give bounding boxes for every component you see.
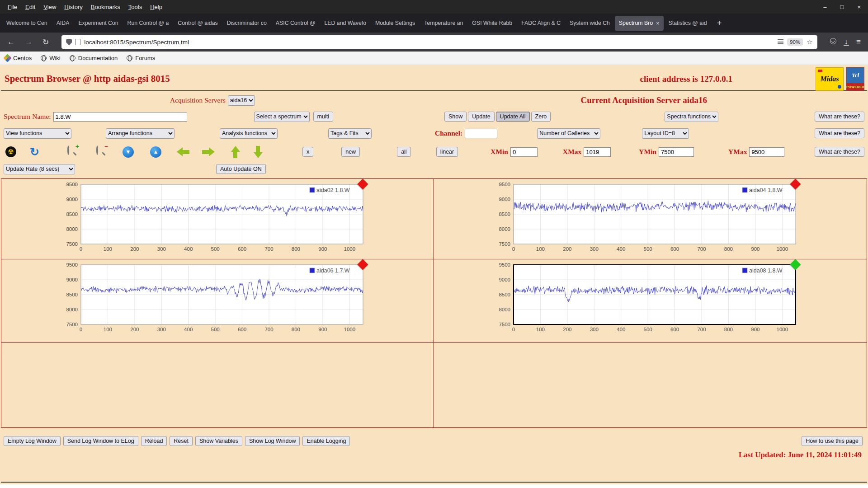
shield-icon[interactable] (66, 39, 72, 46)
tab-temperature-an[interactable]: Temperature an (420, 16, 467, 31)
downloads-icon[interactable]: ↓ (844, 39, 849, 46)
tab-run-control-a[interactable]: Run Control @ a (123, 16, 173, 31)
bookmark-forums[interactable]: Forums (127, 55, 155, 61)
spectrum-chart-aida04[interactable]: 0100200300400500600700800900100075008000… (487, 183, 808, 255)
bookmark-centos[interactable]: Centos (5, 55, 32, 61)
tab-control-aidas[interactable]: Control @ aidas (174, 16, 222, 31)
auto-update-button[interactable]: Auto Update ON (216, 164, 266, 174)
zoom-in-icon[interactable]: + (67, 146, 78, 157)
tab-spectrum-bro[interactable]: Spectrum Bro× (615, 16, 664, 31)
tab-aida[interactable]: AIDA (52, 16, 74, 31)
menu-bookmarks[interactable]: Bookmarks (87, 2, 124, 12)
ymax-input[interactable] (749, 147, 784, 157)
tab-asic-control[interactable]: ASIC Control @ (272, 16, 320, 31)
what-are-these-button-2[interactable]: What are these? (815, 128, 864, 138)
refresh-icon[interactable]: ↻ (30, 147, 39, 157)
reload-button[interactable]: ↻ (40, 38, 52, 47)
send-log-window-to-elog-button[interactable]: Send Log Window to ELog (63, 436, 138, 446)
tab-fadc-align-c[interactable]: FADC Align & C (517, 16, 565, 31)
tab-module-settings[interactable]: Module Settings (371, 16, 419, 31)
acquisition-servers-label: Acquisition Servers (170, 96, 226, 104)
maximize-button[interactable]: □ (840, 4, 844, 10)
back-button[interactable]: ← (5, 38, 18, 47)
show-variables-button[interactable]: Show Variables (195, 436, 242, 446)
svg-text:8000: 8000 (66, 307, 78, 312)
radiation-icon[interactable]: ☢ (5, 146, 16, 157)
zoom-out-icon[interactable]: − (96, 146, 107, 157)
ymin-input[interactable] (659, 147, 694, 157)
menu-file[interactable]: File (4, 2, 21, 12)
tab-close-icon[interactable]: × (656, 20, 660, 27)
multi-button[interactable]: multi (313, 112, 333, 122)
menu-tools[interactable]: Tools (124, 2, 146, 12)
view-functions-dropdown[interactable]: View functions (4, 128, 71, 139)
tab-experiment-con[interactable]: Experiment Con (74, 16, 122, 31)
empty-log-window-button[interactable]: Empty Log Window (4, 436, 61, 446)
reader-mode-icon[interactable] (778, 39, 783, 45)
select-a-spectrum-dropdown[interactable]: Select a spectrum (254, 112, 310, 122)
menu-history[interactable]: History (60, 2, 86, 12)
linear-button[interactable]: linear (436, 147, 458, 157)
new-tab-button[interactable]: + (712, 18, 727, 28)
channel-input[interactable] (465, 129, 497, 138)
green-arrow-up-icon[interactable] (231, 146, 240, 158)
tab-discriminator-co[interactable]: Discriminator co (223, 16, 271, 31)
arrange-functions-dropdown[interactable]: Arrange functions (106, 128, 175, 139)
menu-edit[interactable]: Edit (21, 2, 39, 12)
spectrum-name-input[interactable] (53, 112, 187, 122)
close-button[interactable]: × (857, 4, 861, 10)
tab-welcome-to-cen[interactable]: Welcome to Cen (2, 16, 52, 31)
number-of-galleries-dropdown[interactable]: Number of Galleries (537, 128, 600, 139)
svg-text:900: 900 (318, 327, 327, 332)
bookmark-wiki[interactable]: Wiki (41, 55, 61, 61)
menu-view[interactable]: View (39, 2, 60, 12)
all-button[interactable]: all (397, 147, 411, 157)
reload-button[interactable]: Reload (141, 436, 167, 446)
spectrum-chart-aida08[interactable]: 0100200300400500600700800900100075008000… (487, 263, 808, 335)
bookmark-documentation[interactable]: Documentation (70, 55, 118, 61)
update-button[interactable]: Update (468, 112, 494, 122)
url-text[interactable]: localhost:8015/Spectrum/Spectrum.tml (84, 39, 189, 46)
what-are-these-button-3[interactable]: What are these? (815, 147, 864, 157)
show-log-window-button[interactable]: Show Log Window (245, 436, 300, 446)
blue-arrow-down-icon[interactable]: ▼ (123, 146, 134, 158)
spectrum-chart-aida06[interactable]: 0100200300400500600700800900100075008000… (55, 263, 376, 335)
zoom-level-badge[interactable]: 90% (787, 38, 803, 46)
x-button[interactable]: x (302, 147, 313, 157)
svg-text:100: 100 (104, 327, 112, 332)
green-arrow-right-icon[interactable] (202, 147, 215, 156)
update-rate-dropdown[interactable]: Update Rate (8 secs) (4, 164, 75, 174)
xmax-input[interactable] (584, 147, 611, 157)
green-arrow-down-icon[interactable] (254, 146, 263, 158)
how-to-use-button[interactable]: How to use this page (802, 436, 863, 446)
analysis-functions-dropdown[interactable]: Analysis functions (220, 128, 278, 139)
bookmark-star-icon[interactable]: ☆ (807, 38, 812, 46)
spectrum-chart-aida02[interactable]: 0100200300400500600700800900100075008000… (55, 183, 376, 255)
xmin-input[interactable] (510, 147, 538, 157)
reset-button[interactable]: Reset (170, 436, 193, 446)
zero-button[interactable]: Zero (531, 112, 551, 122)
update-all-button[interactable]: Update All (496, 112, 530, 122)
app-menu-icon[interactable]: ≡ (854, 38, 863, 47)
minimize-button[interactable]: – (823, 4, 826, 10)
tab-led-and-wavefo[interactable]: LED and Wavefo (321, 16, 371, 31)
what-are-these-button-1[interactable]: What are these? (815, 112, 864, 122)
layout-id-dropdown[interactable]: Layout ID=8 (642, 128, 689, 139)
tags-and-fits-dropdown[interactable]: Tags & Fits (328, 128, 372, 139)
green-arrow-left-icon[interactable] (177, 147, 189, 156)
tab-label: System wide Ch (570, 20, 610, 26)
log-buttons: Empty Log WindowSend Log Window to ELogR… (4, 436, 350, 446)
enable-logging-button[interactable]: Enable Logging (302, 436, 350, 446)
url-bar[interactable]: localhost:8015/Spectrum/Spectrum.tml 90%… (61, 35, 817, 49)
menu-help[interactable]: Help (146, 2, 166, 12)
pocket-icon[interactable] (827, 38, 839, 47)
blue-arrow-up-icon[interactable]: ▲ (150, 146, 161, 158)
new-button[interactable]: new (341, 147, 360, 157)
forward-button[interactable]: → (22, 38, 35, 47)
tab-statistics-aid[interactable]: Statistics @ aid (665, 16, 711, 31)
acquisition-server-dropdown[interactable]: aida16 (228, 95, 255, 106)
show-button[interactable]: Show (444, 112, 467, 122)
tab-gsi-white-rabb[interactable]: GSI White Rabb (468, 16, 516, 31)
spectra-functions-dropdown[interactable]: Spectra functions (665, 112, 718, 122)
tab-system-wide-ch[interactable]: System wide Ch (566, 16, 614, 31)
